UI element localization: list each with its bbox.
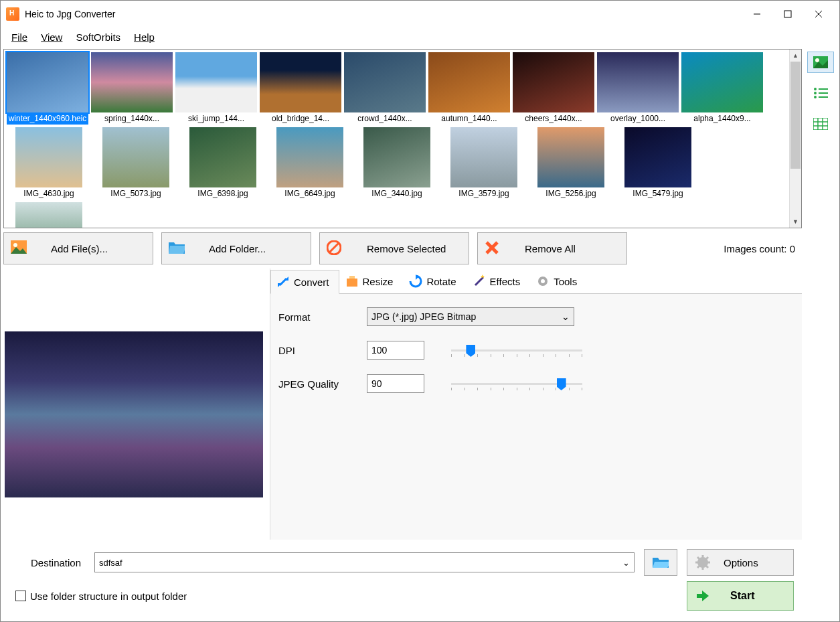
tab-resize[interactable]: Resize [339,269,404,293]
preview-pane [3,268,264,540]
thumbnail-image [450,127,517,187]
menu-help[interactable]: Help [129,30,160,44]
thumbnail-label: spring_1440x... [91,112,173,125]
thumbnail-item[interactable]: IMG_5256.jpg [529,127,613,200]
thumbnail-label: IMG_4630.jpg [8,187,90,200]
add-folder-button[interactable]: Add Folder... [161,232,311,264]
browse-button[interactable] [644,549,677,576]
quality-input[interactable] [367,374,424,393]
wand-icon [473,275,486,288]
thumbnail-item[interactable]: cheers_1440x... [513,52,594,125]
thumbnail-label: IMG_5073.jpg [95,187,177,200]
menu-view[interactable]: View [35,30,68,44]
thumbnail-label: IMG_3579.jpg [443,187,525,200]
thumbnail-item[interactable]: spring_1440x... [91,52,173,125]
thumbnail-label: cheers_1440x... [513,112,594,125]
thumbnail-item[interactable]: IMG_3711.jpg [7,202,91,228]
thumbnail-label: overlay_1000... [597,112,679,125]
format-label: Format [278,311,367,323]
menu-softorbits[interactable]: SoftOrbits [70,30,126,44]
thumbnail-image [597,52,679,112]
thumbnail-item[interactable]: IMG_5073.jpg [94,127,178,200]
view-details-button[interactable] [807,113,834,135]
tab-rotate[interactable]: Rotate [403,269,466,293]
thumbnail-label: IMG_5256.jpg [530,187,612,200]
grid-icon [813,118,828,130]
view-thumbnails-button[interactable] [807,52,834,73]
minimize-button[interactable] [742,3,772,25]
svg-point-25 [814,92,817,94]
add-files-button[interactable]: Add File(s)... [3,232,153,264]
add-folder-label: Add Folder... [209,243,266,254]
thumbnail-item[interactable]: IMG_4630.jpg [7,127,91,200]
tab-effects[interactable]: Effects [467,269,531,293]
options-button[interactable]: Options [687,549,794,576]
thumbnail-label: IMG_6649.jpg [269,187,351,200]
images-count: Images count: 0 [724,243,802,254]
thumbnail-grid: winter_1440x960.heicspring_1440x...ski_j… [3,49,802,228]
svg-point-5 [13,243,17,247]
remove-all-button[interactable]: Remove All [477,232,627,264]
thumbnail-item[interactable]: old_bridge_14... [260,52,341,125]
window-title: Heic to Jpg Converter [25,9,742,19]
dpi-input[interactable] [367,341,424,360]
close-button[interactable] [803,3,834,25]
image-icon [11,240,27,256]
thumbnail-image [276,127,343,187]
remove-all-label: Remove All [525,243,576,254]
svg-point-23 [814,88,817,90]
scroll-down-icon[interactable]: ▼ [790,216,801,228]
quality-slider[interactable] [451,377,582,390]
checkbox-icon [15,591,26,601]
svg-rect-26 [819,92,828,94]
thumbnail-item[interactable]: overlay_1000... [597,52,679,125]
thumbnail-item[interactable]: ski_jump_144... [175,52,257,125]
action-toolbar: Add File(s)... Add Folder... Remove Sele… [3,231,802,266]
dpi-label: DPI [278,345,367,356]
start-button[interactable]: Start [687,581,794,611]
thumbnail-item[interactable]: crowd_1440x... [344,52,426,125]
thumbnail-item[interactable]: IMG_3440.jpg [355,127,439,200]
view-mode-sidebar [805,49,837,619]
thumbnail-label: autumn_1440... [428,112,510,125]
thumbnail-item[interactable]: IMG_3579.jpg [442,127,526,200]
remove-selected-label: Remove Selected [367,243,446,254]
remove-selected-button[interactable]: Remove Selected [319,232,469,264]
thumbnail-item[interactable]: winter_1440x960.heic [7,52,88,125]
svg-line-7 [329,243,339,252]
tab-tools[interactable]: Tools [530,269,587,293]
svg-point-27 [814,96,817,98]
folder-open-icon [653,556,669,569]
rotate-icon [409,275,422,288]
maximize-button[interactable] [772,3,803,25]
list-icon [813,87,828,99]
thumbnail-image [363,127,430,187]
scroll-handle[interactable] [790,62,801,169]
tab-convert[interactable]: Convert [270,270,339,294]
view-list-button[interactable] [807,82,834,104]
thumbnail-label: ski_jump_144... [175,112,257,125]
thumbnail-item[interactable]: IMG_6649.jpg [268,127,352,200]
use-folder-checkbox[interactable]: Use folder structure in output folder [15,591,187,602]
dpi-slider[interactable] [451,343,582,357]
svg-line-10 [280,279,286,285]
thumbnail-item[interactable]: IMG_5479.jpg [616,127,700,200]
gear-icon [695,555,710,570]
gear-icon [536,275,550,288]
thumbnail-scrollbar[interactable]: ▲ ▼ [789,50,801,228]
format-select[interactable]: JPG (*.jpg) JPEG Bitmap ⌄ [367,307,574,326]
preview-image [5,331,263,497]
titlebar: Heic to Jpg Converter [1,1,839,27]
thumbnail-image [15,202,82,228]
thumbnail-label: winter_1440x960.heic [7,112,88,125]
thumbnail-item[interactable]: autumn_1440... [428,52,510,125]
thumbnail-item[interactable]: IMG_6398.jpg [181,127,265,200]
menu-file[interactable]: File [6,30,33,44]
destination-combobox[interactable]: sdfsaf ⌄ [94,552,635,572]
destination-label: Destination [11,557,85,568]
prohibit-icon [327,240,343,256]
scroll-up-icon[interactable]: ▲ [790,50,801,62]
thumbnail-image [428,52,510,112]
thumbnail-item[interactable]: alpha_1440x9... [681,52,763,125]
svg-rect-1 [784,11,791,17]
